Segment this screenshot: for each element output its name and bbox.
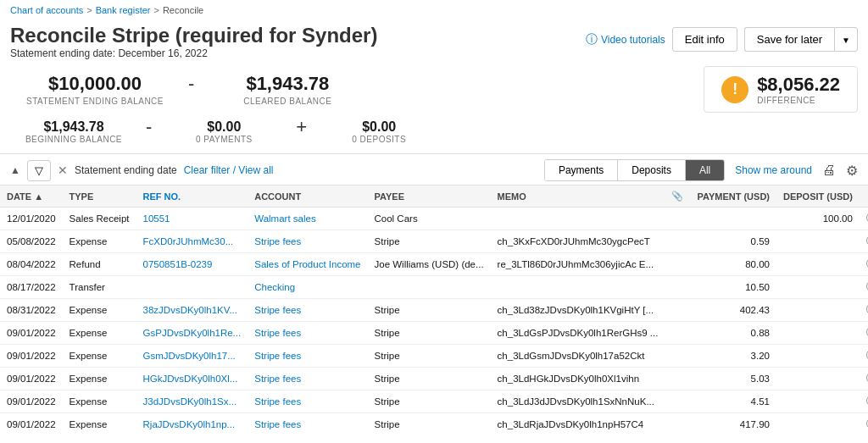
cell-ref[interactable]: 10551 [136, 208, 248, 230]
cell-attach [665, 299, 690, 322]
cleared-label: CLEARED BALANCE [203, 97, 372, 106]
cell-ref[interactable]: 0750851B-0239 [136, 253, 248, 276]
cell-ref[interactable]: 38zJDvsDKy0lh1KV... [136, 299, 248, 322]
col-check [860, 186, 868, 208]
balance-summary: $10,000.00 STATEMENT ENDING BALANCE - $1… [0, 66, 868, 116]
cell-ref[interactable]: RjaJDvsDKy0lh1np... [136, 413, 248, 436]
cell-radio [860, 345, 868, 368]
cell-deposit [776, 390, 860, 413]
plus-sign: + [287, 116, 315, 147]
cell-account[interactable]: Stripe fees [248, 322, 367, 345]
cell-account[interactable]: Stripe fees [248, 413, 367, 436]
save-dropdown-button[interactable]: ▼ [834, 27, 858, 52]
cell-payment: 402.43 [690, 299, 776, 322]
breadcrumb-item-2[interactable]: Bank register [96, 5, 151, 15]
breadcrumb-item-1[interactable]: Chart of accounts [10, 5, 83, 15]
statement-date: Statement ending date: December 16, 2022 [10, 47, 377, 59]
cell-memo: re_3LTl86D0rJUhmMc306yjicAc E... [491, 253, 665, 276]
cell-memo [491, 276, 665, 299]
show-me-around-link[interactable]: Show me around [735, 164, 812, 176]
chevron-up-icon: ▲ [10, 164, 20, 176]
save-for-later-button[interactable]: Save for later [744, 27, 834, 52]
cell-attach [665, 345, 690, 368]
header-right: ⓘ Video tutorials Edit info Save for lat… [586, 27, 858, 52]
cell-ref[interactable]: GsmJDvsDKy0lh17... [136, 345, 248, 368]
cell-account[interactable]: Stripe fees [248, 230, 367, 253]
cell-payee: Stripe [368, 345, 491, 368]
cell-memo: ch_3LdGsPJDvsDKy0lh1RerGHs9 ... [491, 322, 665, 345]
beginning-label: BEGINNING BALANCE [10, 135, 137, 144]
cell-account[interactable]: Stripe fees [248, 345, 367, 368]
payments-balance: $0.00 0 PAYMENTS [160, 119, 287, 144]
cell-type: Expense [63, 230, 136, 253]
cell-type: Expense [63, 345, 136, 368]
tab-all[interactable]: All [686, 160, 724, 180]
transactions-table: DATE ▲ TYPE REF NO. ACCOUNT PAYEE MEMO 📎… [0, 186, 868, 435]
cell-account[interactable]: Stripe fees [248, 299, 367, 322]
table-row: 09/01/2022ExpenseJ3dJDvsDKy0lh1Sx...Stri… [0, 390, 868, 413]
cell-attach [665, 208, 690, 230]
cell-ref[interactable]: HGkJDvsDKy0lh0Xl... [136, 368, 248, 390]
table-row: 09/01/2022ExpenseHGkJDvsDKy0lh0Xl...Stri… [0, 368, 868, 390]
statement-ending-balance: $10,000.00 STATEMENT ENDING BALANCE [10, 73, 180, 106]
cell-ref[interactable]: J3dJDvsDKy0lh1Sx... [136, 390, 248, 413]
col-memo: MEMO [491, 186, 665, 208]
cell-payee [368, 276, 491, 299]
filter-button[interactable]: ▽ [27, 160, 51, 181]
filter-label: Statement ending date [75, 164, 177, 176]
cell-ref[interactable] [136, 276, 248, 299]
cell-attach [665, 253, 690, 276]
cell-account[interactable]: Sales of Product Income [248, 253, 367, 276]
cell-radio [860, 253, 868, 276]
print-button[interactable]: 🖨 [822, 163, 836, 178]
cell-account[interactable]: Stripe fees [248, 390, 367, 413]
transactions-table-container: DATE ▲ TYPE REF NO. ACCOUNT PAYEE MEMO 📎… [0, 186, 868, 435]
cell-ref[interactable]: FcXD0rJUhmMc30... [136, 230, 248, 253]
cell-deposit [776, 253, 860, 276]
cell-deposit [776, 230, 860, 253]
cell-radio [860, 208, 868, 230]
cell-payee: Cool Cars [368, 208, 491, 230]
tab-deposits[interactable]: Deposits [618, 160, 686, 180]
cell-memo: ch_3Ld38zJDvsDKy0lh1KVgiHtY [... [491, 299, 665, 322]
cell-type: Expense [63, 390, 136, 413]
cell-deposit [776, 345, 860, 368]
filter-icon: ▽ [35, 164, 43, 177]
edit-info-button[interactable]: Edit info [672, 27, 737, 52]
deposits-label: 0 DEPOSITS [315, 135, 442, 144]
cell-date: 05/08/2022 [0, 230, 63, 253]
warning-icon: ! [721, 76, 748, 103]
difference-amount: $8,056.22 [757, 74, 840, 96]
cell-account[interactable]: Walmart sales [248, 208, 367, 230]
cell-date: 08/04/2022 [0, 253, 63, 276]
info-circle-icon: ⓘ [586, 32, 598, 47]
cell-account[interactable]: Stripe fees [248, 368, 367, 390]
cell-radio [860, 390, 868, 413]
cell-date: 09/01/2022 [0, 413, 63, 436]
cell-ref[interactable]: GsPJDvsDKy0lh1Re... [136, 322, 248, 345]
deposits-amount: $0.00 [315, 119, 442, 135]
cell-account[interactable]: Checking [248, 276, 367, 299]
clear-filter-link[interactable]: Clear filter / View all [184, 164, 274, 176]
cell-memo: ch_3LdGsmJDvsDKy0lh17a52Ckt [491, 345, 665, 368]
table-row: 08/17/2022TransferChecking10.50 [0, 276, 868, 299]
collapse-button[interactable]: ▲ [10, 164, 20, 176]
cell-type: Refund [63, 253, 136, 276]
col-payee: PAYEE [368, 186, 491, 208]
breadcrumb-sep-2: > [153, 5, 159, 15]
cell-payment: 0.88 [690, 322, 776, 345]
cell-attach [665, 390, 690, 413]
clear-x-button[interactable]: ✕ [58, 163, 68, 177]
cell-payment: 10.50 [690, 276, 776, 299]
breadcrumb: Chart of accounts > Bank register > Reco… [0, 0, 868, 20]
settings-button[interactable]: ⚙ [846, 163, 858, 179]
video-tutorials-link[interactable]: ⓘ Video tutorials [586, 32, 665, 47]
cell-attach [665, 368, 690, 390]
cell-attach [665, 322, 690, 345]
difference-label: DIFFERENCE [757, 96, 840, 105]
tab-payments[interactable]: Payments [545, 160, 618, 180]
col-payment: PAYMENT (USD) [690, 186, 776, 208]
cell-date: 09/01/2022 [0, 390, 63, 413]
minus-sign-2: - [137, 116, 160, 147]
table-row: 09/01/2022ExpenseGsmJDvsDKy0lh17...Strip… [0, 345, 868, 368]
